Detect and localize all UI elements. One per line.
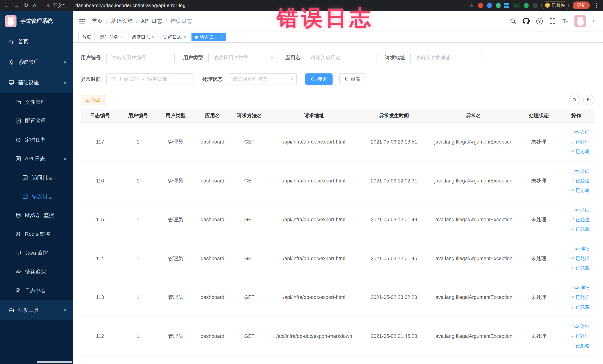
date-range-picker[interactable]: 开始日期 - 结束日期 [106, 73, 194, 85]
ignored-link[interactable]: ✓已忽略 [571, 341, 590, 351]
breadcrumb-item[interactable]: 基础设施 [111, 17, 133, 25]
ignored-link[interactable]: ✓已忽略 [571, 302, 590, 312]
sidebar-item-dev-tools[interactable]: 研发工具 ∨ [0, 300, 73, 320]
bookmark-star-icon[interactable]: ☆ [469, 3, 474, 8]
filter-label: 异常时间 [81, 76, 101, 82]
processed-link[interactable]: ✓已处理 [571, 293, 590, 302]
close-icon[interactable]: × [184, 35, 186, 40]
kebab-menu-icon[interactable]: ⋮ [594, 3, 599, 8]
detail-link[interactable]: 详细 [574, 283, 590, 293]
user-avatar[interactable] [574, 15, 586, 27]
sidebar-item-redis-monitor[interactable]: Redis 监控 [0, 224, 73, 244]
extension-icon-on[interactable]: on [513, 3, 520, 8]
process-status-select[interactable]: 请选择处理状态 ▾ [228, 73, 297, 85]
request-url-input[interactable] [410, 52, 481, 63]
refresh-button[interactable]: ↻ [583, 94, 594, 105]
address-url[interactable]: dashboard.yudao.iocoder.cn/infra/log/api… [75, 3, 186, 8]
processed-link[interactable]: ✓已处理 [571, 254, 590, 263]
sidebar-item-api-log[interactable]: API 日志 ∧ [0, 149, 73, 168]
sidebar-item-trace[interactable]: 链路追踪 [0, 262, 73, 281]
home-icon[interactable]: ⌂ [33, 3, 36, 8]
sidebar-item-access-log[interactable]: 访问日志 [0, 168, 73, 187]
tab-access-log[interactable]: 访问日志 × [160, 33, 189, 41]
detail-link[interactable]: 详细 [574, 244, 590, 254]
reset-button[interactable]: ↻ 重置 [339, 73, 366, 85]
sidebar-item-file-manage[interactable]: 文件管理 [0, 93, 73, 112]
app-logo[interactable]: 芋道管理系统 [0, 11, 73, 32]
document-icon [15, 288, 21, 294]
table-row: 112 1 管理员 dashboard GET /api/infra/db-do… [81, 317, 594, 356]
ignored-link[interactable]: ✓已忽略 [571, 186, 590, 195]
tab-home[interactable]: 首页 [78, 33, 94, 41]
search-toggle-button[interactable] [569, 94, 580, 105]
processed-link[interactable]: ✓已处理 [571, 137, 590, 147]
extension-icon-vue[interactable] [496, 3, 501, 8]
fullscreen-icon[interactable] [549, 18, 556, 24]
github-icon[interactable] [523, 18, 530, 24]
cell-status: 未处理 [519, 332, 558, 340]
sidebar-item-infra[interactable]: 基础设施 ∧ [0, 72, 73, 93]
detail-link[interactable]: 详细 [574, 322, 590, 331]
close-icon[interactable]: × [152, 35, 154, 40]
extension-icon-blue[interactable] [487, 3, 492, 8]
sidebar-item-label: 文件管理 [25, 99, 46, 106]
cell-url: /api/infra/db-doc/export-html [268, 216, 360, 223]
sidebar-scrollbar[interactable] [37, 361, 72, 363]
ignored-link[interactable]: ✓已忽略 [571, 263, 590, 273]
forward-icon[interactable]: → [14, 3, 19, 8]
breadcrumb-item[interactable]: 首页 [92, 17, 103, 25]
chevron-up-icon: ∧ [63, 80, 67, 85]
help-icon[interactable]: ? [536, 18, 543, 24]
export-button[interactable]: 导出 [81, 95, 105, 105]
paused-badge[interactable]: 已暂停 [541, 1, 569, 9]
back-icon[interactable]: ← [4, 3, 9, 8]
processed-link[interactable]: ✓已处理 [571, 215, 590, 224]
user-type-select[interactable]: 请选择用户类型 ▾ [208, 52, 277, 63]
app-name-input[interactable] [306, 52, 376, 63]
font-size-icon[interactable]: TT [562, 18, 568, 24]
sidebar-item-mysql-monitor[interactable]: MySQL 监控 [0, 206, 73, 225]
detail-link[interactable]: 详细 [574, 166, 590, 176]
extension-icon-leaf[interactable] [524, 3, 529, 8]
extension-icon-grid[interactable] [504, 3, 509, 8]
cell-exception: java.lang.IllegalArgumentException [428, 294, 519, 301]
table-toolbar: 导出 ↻ [81, 94, 594, 105]
tab-scheduled-task[interactable]: 定时任务 × [97, 33, 126, 41]
processed-link[interactable]: ✓已处理 [571, 176, 590, 186]
ignored-link[interactable]: ✓已忽略 [571, 224, 590, 234]
extension-icon-dark[interactable] [533, 3, 538, 8]
sidebar-item-java-monitor[interactable]: Java 监控 [0, 244, 73, 262]
reload-icon[interactable]: ↻ [24, 3, 28, 8]
cell-user-type: 管理员 [157, 138, 194, 146]
detail-link[interactable]: 详细 [574, 205, 590, 215]
sidebar-item-home[interactable]: 首页 [0, 32, 73, 52]
tab-error-log[interactable]: 错误日志 × [191, 33, 226, 41]
tab-dispatch-log[interactable]: 调度日志 × [128, 33, 158, 41]
sidebar-item-system[interactable]: 系统管理 ∨ [0, 52, 73, 72]
caret-down-icon[interactable]: ▾ [593, 19, 594, 23]
update-button[interactable]: 更新 [573, 1, 590, 9]
user-id-input[interactable] [106, 52, 175, 63]
select-placeholder: 请选择用户类型 [213, 54, 248, 61]
extension-icon-red[interactable] [478, 3, 483, 8]
ignored-link[interactable]: ✓已忽略 [571, 147, 590, 156]
cell-user-type: 管理员 [157, 255, 194, 262]
sidebar-item-error-log[interactable]: 错误日志 [0, 187, 73, 206]
breadcrumb-item[interactable]: API 日志 [141, 17, 162, 25]
sidebar-item-log-center[interactable]: 日志中心 [0, 281, 73, 300]
sidebar-item-scheduled-task[interactable]: 定时任务 [0, 130, 73, 149]
cell-log-id: 115 [81, 216, 119, 223]
search-icon[interactable] [510, 18, 516, 24]
detail-link[interactable]: 详细 [574, 128, 590, 137]
cell-user-id: 1 [119, 177, 157, 185]
cell-actions: 详细 ✓已处理 ✓已忽略 [558, 128, 594, 156]
close-icon[interactable]: × [120, 35, 123, 40]
refresh-icon: ↻ [345, 76, 349, 82]
cell-exception: java.lang.IllegalArgumentException [428, 138, 519, 146]
processed-link[interactable]: ✓已处理 [571, 331, 590, 341]
close-icon[interactable]: × [220, 35, 223, 40]
sidebar-item-config-manage[interactable]: 配置管理 [0, 112, 73, 130]
search-button[interactable]: 搜索 [305, 73, 333, 85]
hamburger-icon[interactable] [79, 18, 86, 24]
security-chip[interactable]: ⚠ 不安全 | dashboard.yudao.iocoder.cn/infra… [46, 2, 186, 9]
